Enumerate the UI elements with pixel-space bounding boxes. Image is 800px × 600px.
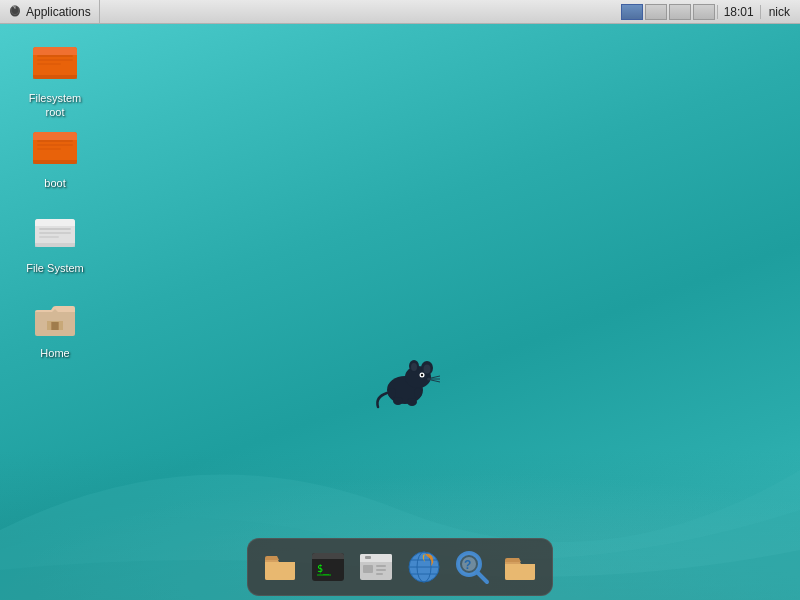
svg-rect-17 [33, 160, 77, 164]
svg-rect-24 [35, 243, 75, 247]
svg-point-42 [407, 398, 417, 406]
svg-line-40 [431, 380, 440, 382]
applications-menu[interactable]: Applications [0, 0, 100, 23]
svg-line-38 [431, 376, 440, 378]
file-system-icon [31, 209, 79, 257]
boot-icon [31, 124, 79, 172]
svg-text:?: ? [464, 558, 471, 572]
svg-rect-53 [363, 565, 373, 573]
desktop: Applications 18:01 nick Filesystemr [0, 0, 800, 600]
icon-filesystem-root[interactable]: Filesystemroot [15, 35, 95, 124]
svg-rect-54 [376, 565, 386, 567]
applications-label: Applications [26, 5, 91, 19]
dock-terminal-button[interactable]: $_ [306, 545, 350, 589]
file-system-label: File System [26, 261, 83, 275]
svg-rect-10 [33, 75, 77, 79]
svg-rect-28 [52, 322, 58, 330]
filesystem-root-label: Filesystemroot [29, 91, 82, 120]
svg-point-34 [411, 363, 417, 371]
dock-filemanager-button[interactable] [354, 545, 398, 589]
dock-browser-button[interactable] [402, 545, 446, 589]
workspace-1-button[interactable] [621, 4, 643, 20]
svg-rect-20 [35, 222, 75, 226]
svg-rect-6 [33, 51, 77, 55]
svg-rect-56 [376, 573, 383, 575]
svg-rect-15 [37, 144, 73, 146]
svg-point-44 [414, 388, 422, 398]
svg-rect-13 [33, 136, 77, 140]
taskbar-right: 18:01 nick [621, 4, 800, 20]
boot-label: boot [44, 176, 65, 190]
home-icon [31, 294, 79, 342]
clock: 18:01 [717, 5, 761, 19]
dock-folder-button[interactable] [498, 545, 542, 589]
icon-file-system[interactable]: File System [15, 205, 95, 279]
svg-rect-14 [37, 140, 73, 142]
svg-rect-16 [37, 148, 61, 150]
svg-rect-8 [37, 59, 73, 61]
svg-rect-57 [365, 556, 371, 559]
svg-rect-52 [360, 558, 392, 562]
svg-rect-7 [37, 55, 73, 57]
dock: $_ [247, 538, 553, 596]
icon-boot[interactable]: boot [15, 120, 95, 194]
svg-point-43 [388, 388, 396, 398]
workspace-2-button[interactable] [645, 4, 667, 20]
mouse-icon [8, 3, 22, 20]
svg-rect-23 [39, 236, 59, 238]
svg-rect-21 [39, 228, 71, 230]
filesystem-root-icon [31, 39, 79, 87]
dock-search-button[interactable]: ? [450, 545, 494, 589]
svg-rect-22 [39, 232, 71, 234]
xfce-mascot [370, 355, 440, 410]
username: nick [763, 5, 796, 19]
workspace-3-button[interactable] [669, 4, 691, 20]
taskbar: Applications 18:01 nick [0, 0, 800, 24]
svg-point-41 [393, 397, 403, 405]
svg-rect-55 [376, 569, 386, 571]
svg-point-37 [427, 378, 431, 381]
svg-point-32 [424, 365, 431, 374]
svg-text:$_: $_ [317, 563, 330, 575]
svg-rect-9 [37, 63, 61, 65]
workspace-4-button[interactable] [693, 4, 715, 20]
svg-point-36 [421, 374, 423, 376]
svg-line-67 [477, 572, 487, 582]
dock-files-button[interactable] [258, 545, 302, 589]
svg-rect-47 [312, 556, 344, 559]
